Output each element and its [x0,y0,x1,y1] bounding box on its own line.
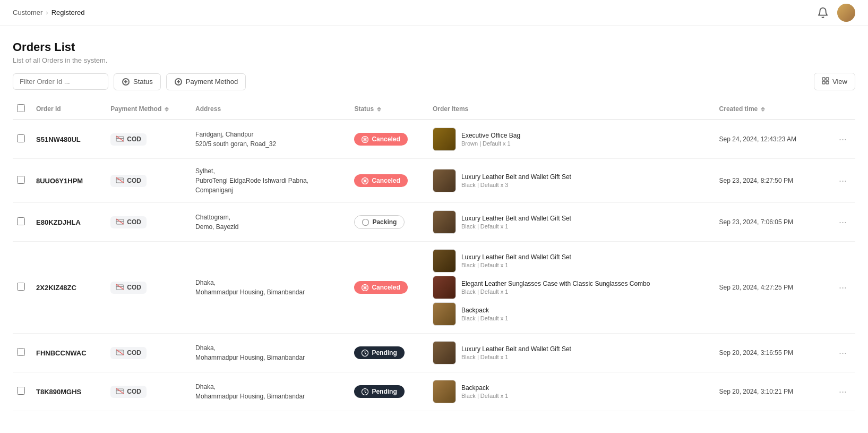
order-items: Luxury Leather Belt and Wallet Gift Set … [433,341,711,364]
row-checkbox-cell[interactable] [13,203,32,242]
order-item: Luxury Leather Belt and Wallet Gift Set … [433,341,711,364]
page-subtitle: List of all Orders in the system. [13,56,855,64]
orders-table: Order Id Payment Method Address Status [13,99,855,411]
item-info: Executive Office Bag Brown | Default x 1 [461,132,520,147]
breadcrumb: Customer › Registered [13,9,85,16]
row-checkbox[interactable] [17,176,25,184]
avatar[interactable] [837,4,855,22]
table-row: FHNBCCNWAC COD Dhaka,Mohammadpur Housing… [13,334,855,372]
row-checkbox-cell[interactable] [13,372,32,411]
row-checkbox[interactable] [17,348,25,356]
col-created-time[interactable]: Created time [715,99,824,120]
order-items: Luxury Leather Belt and Wallet Gift Set … [433,169,711,192]
toolbar: Status Payment Method View [0,73,868,99]
item-info: Luxury Leather Belt and Wallet Gift Set … [461,215,571,230]
breadcrumb-separator: › [46,9,48,16]
row-checkbox-cell[interactable] [13,120,32,159]
table-row: T8K890MGHS COD Dhaka,Mohammadpur Housing… [13,372,855,411]
row-checkbox-cell[interactable] [13,334,32,372]
col-status[interactable]: Status [350,99,428,120]
item-info: Elegant Leather Sunglasses Case with Cla… [461,280,650,295]
row-actions-button[interactable]: ··· [835,384,851,400]
action-cell[interactable]: ··· [823,242,855,334]
row-checkbox[interactable] [17,283,25,291]
order-items: Luxury Leather Belt and Wallet Gift Set … [433,210,711,234]
item-info: Luxury Leather Belt and Wallet Gift Set … [461,173,571,188]
order-items: Executive Office Bag Brown | Default x 1 [433,128,711,151]
created-time: Sep 20, 2024, 3:10:21 PM [719,388,793,395]
packing-icon [362,219,369,226]
canceled-icon [362,284,368,291]
order-item: Luxury Leather Belt and Wallet Gift Set … [433,210,711,234]
row-checkbox[interactable] [17,387,25,395]
item-info: Backpack Black | Default x 1 [461,384,508,399]
address-cell: Chattogram,Demo, Bayezid [191,203,350,242]
search-input[interactable] [13,73,108,90]
action-cell[interactable]: ··· [823,372,855,411]
item-thumbnail [433,249,456,273]
plus-icon-2 [174,78,183,86]
action-cell[interactable]: ··· [823,159,855,203]
no-card-icon [116,284,124,292]
view-label: View [832,78,847,86]
item-name: Elegant Leather Sunglasses Case with Cla… [461,280,650,288]
item-variant: Black | Default x 1 [461,262,571,268]
col-payment-method[interactable]: Payment Method [106,99,191,120]
created-time-cell: Sep 23, 2024, 8:27:50 PM [715,159,824,203]
action-cell[interactable]: ··· [823,203,855,242]
payment-method-value: COD [127,284,141,291]
col-order-items: Order Items [428,99,715,120]
item-thumbnail [433,276,456,299]
notification-bell-icon[interactable] [817,7,829,19]
status-badge: Pending [354,346,404,359]
svg-point-25 [363,219,369,225]
row-checkbox-cell[interactable] [13,242,32,334]
row-checkbox[interactable] [17,217,25,225]
created-time: Sep 24, 2024, 12:43:23 AM [719,135,796,143]
sort-arrows-status [377,107,381,112]
table-row: E80KZDJHLA COD Chattogram,Demo, Bayezid … [13,203,855,242]
breadcrumb-parent[interactable]: Customer [13,9,42,16]
col-created-time-label: Created time [719,105,758,113]
item-info: Luxury Leather Belt and Wallet Gift Set … [461,345,571,360]
row-checkbox[interactable] [17,134,25,142]
payment-badge: COD [110,386,147,398]
action-cell[interactable]: ··· [823,120,855,159]
item-variant: Brown | Default x 1 [461,140,520,147]
order-id: E80KZDJHLA [36,218,81,226]
row-actions-button[interactable]: ··· [835,132,851,147]
created-time: Sep 23, 2024, 7:06:05 PM [719,218,793,226]
item-thumbnail [433,128,456,151]
payment-badge: COD [110,282,147,294]
item-thumbnail [433,302,456,326]
row-actions-button[interactable]: ··· [835,215,851,230]
svg-rect-9 [826,81,829,84]
row-checkbox-cell[interactable] [13,159,32,203]
item-info: Backpack Black | Default x 1 [461,307,508,321]
col-actions [823,99,855,120]
item-variant: Black | Default x 1 [461,315,508,321]
breadcrumb-current: Registered [51,9,85,16]
no-card-icon [116,135,124,143]
row-actions-button[interactable]: ··· [835,280,851,295]
view-icon [822,77,829,86]
select-all-checkbox[interactable] [17,104,25,112]
item-info: Luxury Leather Belt and Wallet Gift Set … [461,253,571,268]
toolbar-right: View [814,73,855,90]
view-button[interactable]: View [814,73,855,90]
status-filter-button[interactable]: Status [114,73,161,90]
item-name: Luxury Leather Belt and Wallet Gift Set [461,345,571,354]
payment-method-cell: COD [106,203,191,242]
svg-rect-6 [822,78,825,80]
col-order-id-label: Order Id [36,105,61,113]
created-time: Sep 20, 2024, 3:16:55 PM [719,349,793,356]
payment-method-value: COD [127,349,141,356]
select-all-header[interactable] [13,99,32,120]
table-row: S51NW480UL COD Faridganj, Chandpur520/5 … [13,120,855,159]
row-actions-button[interactable]: ··· [835,345,851,361]
item-name: Luxury Leather Belt and Wallet Gift Set [461,215,571,223]
payment-method-filter-button[interactable]: Payment Method [166,73,246,90]
action-cell[interactable]: ··· [823,334,855,372]
item-thumbnail [433,380,456,403]
row-actions-button[interactable]: ··· [835,173,851,189]
